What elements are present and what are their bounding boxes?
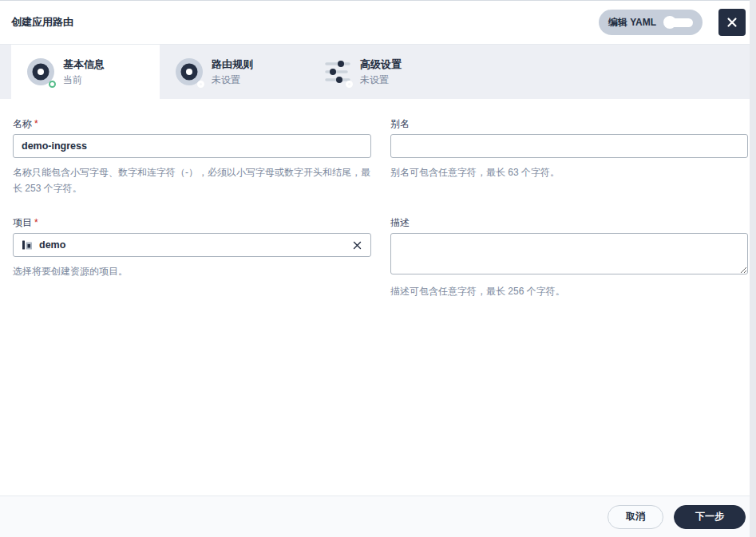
close-icon bbox=[726, 16, 738, 29]
step-label: 路由规则 bbox=[212, 57, 253, 71]
step-label: 高级设置 bbox=[360, 57, 402, 71]
cancel-button[interactable]: 取消 bbox=[608, 505, 663, 529]
step-bar: 基本信息 当前 路由规则 未设置 bbox=[0, 45, 750, 99]
name-input[interactable] bbox=[13, 134, 371, 158]
next-step-button[interactable]: 下一步 bbox=[674, 505, 746, 529]
dialog-title: 创建应用路由 bbox=[11, 15, 599, 30]
clear-x-icon bbox=[353, 241, 362, 250]
required-asterisk: * bbox=[34, 118, 38, 129]
step-unset-badge bbox=[197, 81, 204, 88]
page-background-strip bbox=[750, 0, 756, 537]
toggle-knob bbox=[663, 16, 676, 29]
step-current-badge bbox=[49, 81, 56, 88]
edit-yaml-label: 编辑 YAML bbox=[608, 16, 656, 30]
name-label: 名称* bbox=[13, 116, 371, 131]
alias-label: 别名 bbox=[390, 116, 748, 131]
name-helper-text: 名称只能包含小写字母、数字和连字符（-），必须以小写字母或数字开头和结尾，最长 … bbox=[13, 164, 371, 196]
form-content: 名称* 名称只能包含小写字母、数字和连字符（-），必须以小写字母或数字开头和结尾… bbox=[0, 99, 750, 299]
target-icon bbox=[176, 58, 203, 85]
required-asterisk: * bbox=[34, 217, 38, 228]
project-clear-button[interactable] bbox=[350, 238, 364, 252]
alias-helper-text: 别名可包含任意字符，最长 63 个字符。 bbox=[390, 164, 748, 180]
project-field-group: 项目* demo 选择将要创建资源的项目。 bbox=[13, 215, 371, 299]
project-label: 项目* bbox=[13, 215, 371, 230]
alias-input[interactable] bbox=[390, 134, 748, 158]
step-label: 基本信息 bbox=[63, 57, 105, 71]
description-label: 描述 bbox=[390, 215, 748, 230]
create-ingress-dialog: 创建应用路由 编辑 YAML bbox=[0, 0, 750, 537]
description-textarea[interactable] bbox=[390, 233, 748, 274]
tab-routing-rules[interactable]: 路由规则 未设置 bbox=[160, 45, 308, 99]
step-status: 未设置 bbox=[360, 73, 402, 86]
edit-yaml-toggle-button[interactable]: 编辑 YAML bbox=[599, 10, 703, 35]
project-icon bbox=[22, 239, 33, 251]
tab-advanced-settings[interactable]: 高级设置 未设置 bbox=[308, 45, 457, 99]
yaml-toggle-switch-icon bbox=[663, 16, 693, 29]
project-selected-value: demo bbox=[39, 239, 343, 251]
step-status: 未设置 bbox=[212, 73, 253, 86]
tab-basic-info[interactable]: 基本信息 当前 bbox=[11, 45, 160, 99]
alias-field-group: 别名 别名可包含任意字符，最长 63 个字符。 bbox=[390, 116, 748, 196]
target-icon bbox=[27, 58, 54, 85]
description-field-group: 描述 描述可包含任意字符，最长 256 个字符。 bbox=[390, 215, 748, 299]
close-button[interactable] bbox=[718, 9, 746, 36]
project-select[interactable]: demo bbox=[13, 233, 371, 257]
description-helper-text: 描述可包含任意字符，最长 256 个字符。 bbox=[390, 283, 748, 299]
project-helper-text: 选择将要创建资源的项目。 bbox=[13, 263, 371, 279]
step-status: 当前 bbox=[63, 73, 105, 86]
name-field-group: 名称* 名称只能包含小写字母、数字和连字符（-），必须以小写字母或数字开头和结尾… bbox=[13, 116, 371, 196]
step-unset-badge bbox=[346, 81, 353, 88]
dialog-footer: 取消 下一步 bbox=[0, 496, 750, 537]
sliders-icon bbox=[324, 58, 351, 85]
dialog-header: 创建应用路由 编辑 YAML bbox=[0, 1, 750, 45]
